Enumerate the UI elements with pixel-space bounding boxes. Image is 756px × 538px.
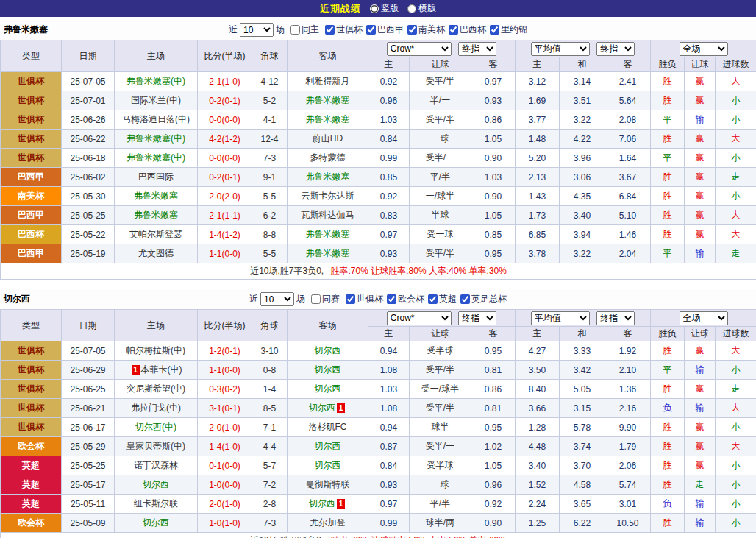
- final-odds-select-1[interactable]: 终指: [458, 42, 496, 56]
- bookmaker-select[interactable]: Crow*: [387, 311, 452, 325]
- final-odds-select-1[interactable]: 终指: [458, 311, 496, 325]
- same-home-checkbox[interactable]: [290, 25, 300, 35]
- league-checkbox[interactable]: [366, 25, 376, 35]
- league-filter[interactable]: 英足总杯: [457, 293, 507, 305]
- league-type-badge: 世俱杯: [1, 72, 62, 91]
- home-team-name: 皇家贝蒂斯(中): [126, 441, 185, 451]
- match-date: 25-05-30: [62, 187, 115, 206]
- avg-odds-draw: 3.70: [560, 456, 605, 475]
- league-filter[interactable]: 英超: [424, 293, 457, 305]
- page-title: 近期战绩: [320, 2, 361, 15]
- handicap-line: 受半球: [410, 456, 471, 475]
- away-team-name: 弗鲁米嫩塞: [306, 95, 350, 105]
- corner-count: 4-4: [252, 437, 288, 456]
- match-date: 25-06-25: [62, 380, 115, 399]
- result-handicap: 赢: [685, 149, 716, 168]
- match-date: 25-07-05: [62, 341, 115, 361]
- home-team: 纽卡斯尔联: [115, 495, 198, 514]
- summary-record: 近10场,胜7平3负0,: [250, 266, 324, 276]
- league-filter[interactable]: 里约锦: [486, 24, 527, 36]
- away-team: 切尔西: [288, 361, 368, 380]
- result-wdl: 平: [651, 244, 685, 263]
- league-checkbox[interactable]: [460, 294, 470, 304]
- league-filter[interactable]: 世俱杯: [321, 24, 363, 36]
- league-filter[interactable]: 南美杯: [404, 24, 445, 36]
- col-type: 类型: [1, 40, 62, 72]
- league-type-badge: 世俱杯: [1, 149, 62, 168]
- match-score: 4-2(1-2): [198, 130, 252, 149]
- home-team: 尤文图德: [115, 244, 198, 263]
- handicap-line: 受平/半: [410, 399, 471, 418]
- avg-odds-away: 2.08: [605, 110, 651, 130]
- odds-away: 0.90: [471, 187, 516, 206]
- away-team: 利雅得新月: [288, 72, 368, 91]
- match-row: 世俱杯25-07-05弗鲁米嫩塞(中)2-1(1-0)4-12利雅得新月0.92…: [1, 72, 756, 91]
- fulltime-select[interactable]: 全场: [680, 311, 728, 325]
- league-checkbox[interactable]: [490, 25, 499, 35]
- final-odds-select-2[interactable]: 终指: [596, 42, 635, 56]
- match-date: 25-05-17: [62, 475, 115, 495]
- avg-odds-away: 6.84: [605, 187, 651, 206]
- handicap-line: 半球: [410, 206, 471, 225]
- vertical-radio[interactable]: [370, 4, 379, 13]
- league-filter[interactable]: 巴西杯: [445, 24, 486, 36]
- league-filter[interactable]: 世俱杯: [342, 293, 383, 305]
- league-checkbox[interactable]: [407, 25, 417, 35]
- red-card-badge: 1: [337, 499, 345, 509]
- subcol-avg-away: 客: [605, 57, 651, 72]
- summary-record: 近10场,胜7平1负2,: [250, 535, 324, 538]
- avg-odds-away: 1.92: [605, 341, 651, 361]
- handicap-line: 受平/半: [410, 110, 471, 130]
- league-checkbox[interactable]: [346, 294, 355, 304]
- league-filter[interactable]: 巴西甲: [363, 24, 404, 36]
- league-checkbox[interactable]: [325, 25, 335, 35]
- result-goals: 大: [716, 341, 756, 361]
- away-team: 切尔西1: [288, 399, 368, 418]
- same-home-filter[interactable]: 同主: [287, 24, 319, 36]
- league-filters: 世俱杯欧会杯英超英足总杯: [342, 293, 507, 306]
- fulltime-select[interactable]: 全场: [680, 42, 728, 56]
- match-date: 25-05-19: [62, 244, 115, 263]
- average-select[interactable]: 平均值: [531, 42, 590, 56]
- league-label: 里约锦: [501, 24, 527, 36]
- games-count-select[interactable]: 10: [260, 292, 294, 306]
- league-type-badge: 英超: [1, 495, 62, 514]
- odds-home: 0.84: [368, 130, 410, 149]
- league-label: 世俱杯: [357, 293, 383, 305]
- bookmaker-select[interactable]: Crow*: [387, 42, 452, 56]
- avg-odds-home: 3.40: [516, 456, 560, 475]
- match-row: 巴西甲25-05-19尤文图德1-1(0-0)5-5弗鲁米嫩塞0.93受平/半0…: [1, 244, 756, 263]
- layout-vertical-option[interactable]: 竖版: [370, 2, 399, 15]
- match-row: 世俱杯25-06-17切尔西(中)2-0(1-0)7-1洛杉矶FC0.94球半0…: [1, 418, 756, 437]
- handicap-line: 球半/两: [410, 514, 471, 533]
- away-team-name: 瓦斯科达伽马: [302, 210, 354, 220]
- final-odds-select-2[interactable]: 终指: [596, 311, 635, 325]
- match-score: 3-1(0-1): [198, 399, 252, 418]
- games-count-select[interactable]: 10: [240, 23, 274, 37]
- same-competition-filter[interactable]: 同赛: [307, 293, 340, 305]
- average-select[interactable]: 平均值: [531, 311, 590, 325]
- subcol-avg-home: 主: [516, 57, 560, 72]
- league-checkbox[interactable]: [387, 294, 396, 304]
- home-team-name: 突尼斯希望(中): [126, 383, 185, 394]
- league-checkbox[interactable]: [428, 294, 438, 304]
- match-score: 0-0(0-0): [198, 110, 252, 130]
- result-handicap: 赢: [685, 437, 716, 456]
- result-handicap: 输: [685, 361, 716, 380]
- same-competition-checkbox[interactable]: [311, 294, 321, 304]
- odds-home: 0.87: [368, 437, 410, 456]
- home-team: 弗鲁米嫩塞: [115, 206, 198, 225]
- home-team: 皇家贝蒂斯(中): [115, 437, 198, 456]
- horizontal-radio[interactable]: [407, 4, 416, 13]
- league-filter[interactable]: 欧会杯: [383, 293, 424, 305]
- league-checkbox[interactable]: [449, 25, 458, 35]
- odds-home: 0.97: [368, 225, 410, 244]
- match-date: 25-05-29: [62, 437, 115, 456]
- avg-odds-away: 9.90: [605, 418, 651, 437]
- vertical-label: 竖版: [381, 2, 399, 15]
- layout-horizontal-option[interactable]: 横版: [407, 2, 436, 15]
- result-wdl: 胜: [651, 206, 685, 225]
- handicap-line: 一/球半: [410, 187, 471, 206]
- summary-row: 近10场,胜7平3负0, 胜率:70% 让球胜率:80% 大率:40% 单率:3…: [1, 263, 756, 280]
- result-handicap: 赢: [685, 341, 716, 361]
